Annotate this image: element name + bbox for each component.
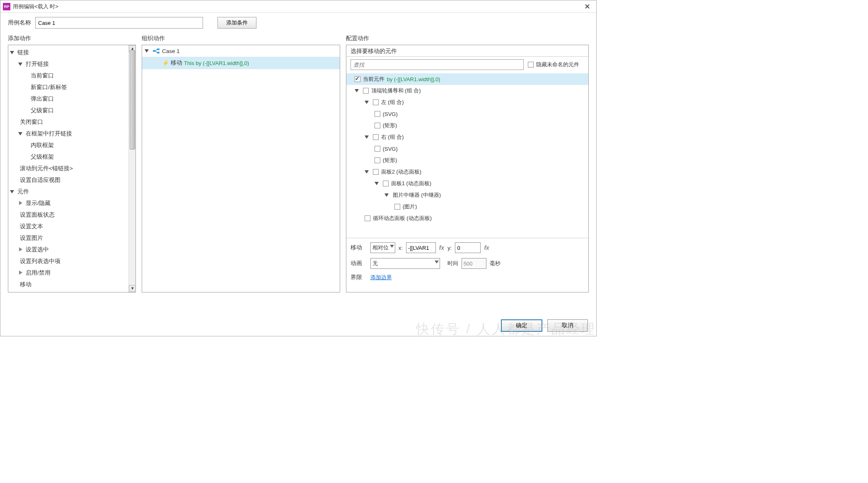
organize-header: 组织动作 — [142, 35, 340, 45]
case-name-row: 用例名称 添加条件 — [0, 13, 596, 33]
bounds-label: 界限 — [351, 274, 367, 281]
y-input[interactable] — [455, 242, 481, 253]
tree-set-text[interactable]: 设置文本 — [8, 221, 135, 232]
widget-repeater[interactable]: 图片中继器 (中继器) — [346, 189, 588, 201]
scrollbar[interactable]: ▲ ▼ — [128, 45, 135, 292]
case-row[interactable]: Case 1 — [142, 45, 340, 57]
widget-left-group[interactable]: 左 (组 合) — [346, 97, 588, 108]
time-label: 时间 — [447, 260, 458, 267]
widget-svg-1[interactable]: (SVG) — [346, 108, 588, 120]
tree-set-list-selected[interactable]: 设置列表选中项 — [8, 256, 135, 267]
config-form: 移动 相对位 x: fx y: fx 动画 无 时间 毫秒 — [346, 238, 588, 292]
tree-set-panel-state[interactable]: 设置面板状态 — [8, 209, 135, 221]
dialog-footer: 确定 取消 — [501, 319, 588, 332]
svg-rect-1 — [157, 48, 160, 50]
hide-unnamed-checkbox[interactable] — [528, 62, 534, 68]
move-mode-select[interactable]: 相对位 — [370, 242, 395, 253]
tree-current-window[interactable]: 当前窗口 — [8, 70, 135, 82]
y-fx-button[interactable]: fx — [484, 244, 489, 251]
titlebar: RP 用例编辑<载入 时> ✕ — [0, 0, 596, 13]
tree-links[interactable]: 链接 — [8, 47, 135, 58]
tree-open-link[interactable]: 打开链接 — [8, 58, 135, 70]
widget-svg-2[interactable]: (SVG) — [346, 143, 588, 155]
cancel-button[interactable]: 取消 — [547, 319, 588, 332]
select-widget-prompt: 选择要移动的元件 — [346, 45, 588, 57]
x-input[interactable] — [406, 242, 436, 253]
rp-logo-icon: RP — [3, 3, 10, 10]
svg-rect-2 — [157, 52, 160, 53]
x-fx-button[interactable]: fx — [439, 244, 444, 251]
y-label: y: — [447, 245, 452, 251]
action-bolt-icon: ⚡ — [162, 60, 169, 66]
action-param: This by (-[[LVAR1.width]],0) — [184, 60, 249, 66]
hide-unnamed-label: 隐藏未命名的元件 — [536, 61, 579, 68]
widget-panel2[interactable]: 面板2 (动态面板) — [346, 166, 588, 178]
tree-move[interactable]: 移动 — [8, 279, 135, 290]
add-condition-button[interactable]: 添加条件 — [218, 17, 256, 29]
tree-set-image[interactable]: 设置图片 — [8, 232, 135, 244]
tree-enable-disable[interactable]: 启用/禁用 — [8, 267, 135, 279]
tree-open-in-frame[interactable]: 在框架中打开链接 — [8, 128, 135, 140]
scroll-thumb[interactable] — [130, 50, 135, 150]
widget-tree: 当前元件 by (-[[LVAR1.width]],0) 顶端轮播尊和 (组 合… — [346, 72, 588, 225]
move-action-row[interactable]: ⚡ 移动 This by (-[[LVAR1.width]],0) — [142, 57, 340, 69]
widget-rect-1[interactable]: (矩形) — [346, 120, 588, 131]
case-label: Case 1 — [162, 48, 180, 54]
case-name-label: 用例名称 — [8, 19, 31, 27]
case-actions-panel: Case 1 ⚡ 移动 This by (-[[LVAR1.width]],0) — [142, 45, 340, 292]
widget-image[interactable]: (图片) — [346, 201, 588, 213]
anim-label: 动画 — [351, 260, 367, 267]
tree-close-window[interactable]: 关闭窗口 — [8, 116, 135, 128]
scroll-down-icon[interactable]: ▼ — [129, 285, 136, 292]
current-checkbox[interactable] — [355, 76, 360, 82]
widget-loop-panel[interactable]: 循环动态面板 (动态面板) — [346, 213, 588, 224]
tree-adaptive-view[interactable]: 设置自适应视图 — [8, 174, 135, 186]
tree-show-hide[interactable]: 显示/隐藏 — [8, 198, 135, 209]
widget-rect-2[interactable]: (矩形) — [346, 155, 588, 166]
widget-top-carousel[interactable]: 顶端轮播尊和 (组 合) — [346, 85, 588, 97]
ok-button[interactable]: 确定 — [501, 319, 542, 332]
action-library-panel: 链接 打开链接 当前窗口 新窗口/新标签 弹出窗口 父级窗口 关闭窗口 在框架中… — [8, 45, 136, 292]
add-bounds-link[interactable]: 添加边界 — [370, 274, 392, 281]
svg-rect-0 — [153, 50, 155, 52]
tree-set-selected[interactable]: 设置选中 — [8, 244, 135, 256]
move-label: 移动 — [351, 244, 367, 251]
x-label: x: — [399, 245, 403, 251]
widget-current[interactable]: 当前元件 by (-[[LVAR1.width]],0) — [346, 73, 588, 85]
widget-panel1[interactable]: 面板1 (动态面板) — [346, 178, 588, 189]
add-action-header: 添加动作 — [8, 35, 136, 45]
tree-parent-frame[interactable]: 父级框架 — [8, 151, 135, 163]
case-name-input[interactable] — [35, 17, 203, 29]
dialog-title: 用例编辑<载入 时> — [13, 3, 581, 10]
case-editor-dialog: RP 用例编辑<载入 时> ✕ 用例名称 添加条件 添加动作 链接 打开链接 当… — [0, 0, 597, 336]
close-button[interactable]: ✕ — [581, 2, 594, 11]
case-icon — [153, 48, 160, 53]
tree-parent-window[interactable]: 父级窗口 — [8, 105, 135, 116]
ms-label: 毫秒 — [490, 260, 500, 267]
widget-right-group[interactable]: 右 (组 合) — [346, 131, 588, 143]
tree-new-window[interactable]: 新窗口/新标签 — [8, 82, 135, 93]
tree-scroll-anchor[interactable]: 滚动到元件<锚链接> — [8, 163, 135, 174]
configure-header: 配置动作 — [346, 35, 589, 45]
anim-select[interactable]: 无 — [370, 258, 440, 269]
tree-inline-frame[interactable]: 内联框架 — [8, 140, 135, 151]
tree-widgets[interactable]: 元件 — [8, 186, 135, 198]
time-input — [462, 258, 486, 269]
action-label: 移动 — [171, 59, 182, 67]
tree-popup[interactable]: 弹出窗口 — [8, 93, 135, 105]
widget-search-input[interactable] — [351, 59, 524, 70]
configure-panel: 选择要移动的元件 隐藏未命名的元件 当前元件 by (-[[LVAR1.widt… — [346, 45, 589, 292]
